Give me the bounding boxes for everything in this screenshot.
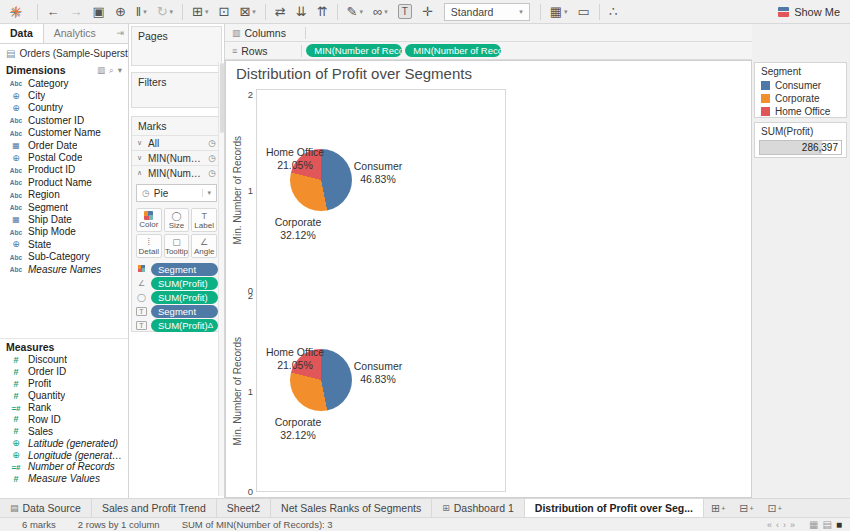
measure-field[interactable]: Longitude (generated): [0, 449, 128, 461]
filters-shelf[interactable]: Filters: [131, 72, 222, 108]
sheet-tab[interactable]: Distribution of Profit over Seg...: [525, 499, 704, 517]
toolbar-separator[interactable]: [540, 4, 541, 20]
data-pane-tab[interactable]: Analytics: [44, 24, 106, 43]
legend-item[interactable]: Consumer: [755, 79, 846, 92]
prev-sheet-icon[interactable]: ‹: [776, 520, 779, 530]
field-pill[interactable]: Segment: [151, 263, 218, 276]
measure-field[interactable]: Measure Values: [0, 473, 128, 485]
show-sheet-icon[interactable]: ■: [836, 519, 842, 530]
measure-field[interactable]: Profit: [0, 378, 128, 390]
show-me-button[interactable]: Show Me: [778, 6, 840, 18]
redo-icon[interactable]: →: [65, 2, 88, 22]
angle-button[interactable]: ∠ Angle: [191, 234, 217, 258]
show-filmstrip-icon[interactable]: ▤: [823, 519, 832, 530]
profit-value-field[interactable]: 286,397: [759, 140, 842, 155]
dimension-field[interactable]: Customer ID: [0, 114, 128, 126]
swap-rows-columns-icon[interactable]: ⇄: [270, 2, 291, 22]
tableau-logo[interactable]: ✳: [0, 2, 33, 22]
sort-ascending-icon[interactable]: ⇊: [291, 2, 312, 22]
field-pill[interactable]: SUM(Profit): [151, 291, 218, 304]
chevron-icon[interactable]: ∧: [137, 169, 145, 177]
pages-shelf[interactable]: Pages: [131, 26, 222, 66]
sheet-tab[interactable]: ⊞ Dashboard 1: [432, 499, 525, 517]
field-pill[interactable]: SUM(Profit): [151, 277, 218, 290]
group-members-icon[interactable]: ∞ ▾: [368, 2, 393, 22]
new-data-source-icon[interactable]: ⊕: [110, 2, 131, 22]
measure-field[interactable]: Discount: [0, 354, 128, 366]
field-pill[interactable]: SUM(Profit) Δ: [151, 319, 218, 332]
dimension-field[interactable]: Measure Names: [0, 263, 128, 275]
find-field-icon[interactable]: ⌕: [109, 65, 114, 76]
dimension-field[interactable]: Sub-Category: [0, 250, 128, 262]
marks-layer-row[interactable]: ∨ MIN(Number... ◷: [132, 150, 221, 165]
dimension-field[interactable]: Product Name: [0, 176, 128, 188]
legend-item[interactable]: Corporate: [755, 92, 846, 105]
field-pill[interactable]: MIN(Number of Recor..: [405, 44, 501, 57]
vertical-scrollbar[interactable]: [218, 62, 224, 496]
field-pill[interactable]: Segment: [151, 305, 218, 318]
dimension-field[interactable]: Postal Code: [0, 151, 128, 163]
presentation-mode-icon[interactable]: ▭: [573, 2, 595, 22]
new-worksheet-tab-button[interactable]: ⊞+: [704, 499, 732, 517]
dimension-field[interactable]: Ship Date: [0, 213, 128, 225]
dimension-field[interactable]: Customer Name: [0, 127, 128, 139]
toolbar-separator[interactable]: [337, 4, 338, 20]
view-data-pane-icon[interactable]: ▥: [97, 65, 105, 76]
undo-icon[interactable]: ←: [42, 2, 65, 22]
dimension-field[interactable]: Order Date: [0, 139, 128, 151]
show-tabs-icon[interactable]: ▦: [809, 519, 818, 530]
fit-selector[interactable]: Standard ▾: [444, 3, 530, 21]
first-sheet-icon[interactable]: «: [767, 520, 772, 530]
toolbar-separator[interactable]: [265, 4, 266, 20]
toolbar-separator[interactable]: [182, 4, 183, 20]
pause-auto-updates-icon[interactable]: ‖ ▾: [131, 2, 152, 22]
clear-sheet-icon[interactable]: ⊠ ▾: [234, 2, 260, 22]
dimension-field[interactable]: Product ID: [0, 164, 128, 176]
toolbar-separator[interactable]: [599, 4, 600, 20]
sheet-tab[interactable]: Sheet2: [217, 499, 271, 517]
measure-field[interactable]: Sales: [0, 425, 128, 437]
dimension-field[interactable]: Region: [0, 189, 128, 201]
label-button[interactable]: T Label: [191, 208, 217, 232]
dimension-field[interactable]: City: [0, 89, 128, 101]
next-sheet-icon[interactable]: ›: [783, 520, 786, 530]
chevron-icon[interactable]: ∨: [137, 139, 145, 147]
marks-layer-row[interactable]: ∧ MIN(Number... ◷: [132, 165, 221, 180]
chevron-icon[interactable]: ∨: [137, 154, 145, 162]
measure-field[interactable]: Quantity: [0, 390, 128, 402]
detail-button[interactable]: ⁞ Detail: [136, 234, 162, 258]
legend-item[interactable]: Home Office: [755, 105, 846, 118]
sort-fields-icon[interactable]: ▾: [118, 65, 122, 76]
sort-descending-icon[interactable]: ⇈: [312, 2, 333, 22]
dimension-field[interactable]: Country: [0, 102, 128, 114]
show-mark-labels-icon[interactable]: T: [393, 2, 417, 22]
collapse-pane-icon[interactable]: ⇥: [112, 24, 128, 43]
color-button[interactable]: Color: [136, 208, 162, 232]
measure-field[interactable]: Row ID: [0, 413, 128, 425]
new-dashboard-tab-button[interactable]: ⊟+: [732, 499, 760, 517]
new-worksheet-icon[interactable]: ⊞ ▾: [187, 2, 213, 22]
save-icon[interactable]: ▣: [88, 2, 110, 22]
sheet-tab[interactable]: Sales and Profit Trend: [92, 499, 217, 517]
datasource-item[interactable]: ▤ Orders (Sample-Superst...: [0, 44, 128, 62]
duplicate-sheet-icon[interactable]: ⊡: [214, 2, 235, 22]
data-pane-tab[interactable]: Data: [0, 24, 44, 43]
marks-layer-row[interactable]: ∨ All ◷: [132, 135, 221, 150]
size-button[interactable]: ◯ Size: [164, 208, 190, 232]
sheet-tab[interactable]: ▤ Data Source: [0, 499, 92, 517]
measure-field[interactable]: Latitude (generated): [0, 437, 128, 449]
dimension-field[interactable]: State: [0, 238, 128, 250]
measure-field[interactable]: Number of Records: [0, 461, 128, 473]
toolbar-separator[interactable]: [37, 4, 38, 20]
columns-shelf[interactable]: ▥ Columns: [225, 24, 752, 42]
show-hide-cards-icon[interactable]: ▦ ▾: [545, 2, 573, 22]
new-story-tab-button[interactable]: ⊡+: [761, 499, 789, 517]
run-auto-updates-icon[interactable]: ↻ ▾: [152, 2, 178, 22]
dimension-field[interactable]: Category: [0, 77, 128, 89]
share-icon[interactable]: ∴: [604, 2, 622, 22]
mark-type-dropdown[interactable]: ◷ Pie ▾: [136, 184, 217, 202]
measure-field[interactable]: Order ID: [0, 366, 128, 378]
scrollbar-thumb[interactable]: [220, 63, 224, 133]
highlight-icon[interactable]: ✎ ▾: [342, 2, 368, 22]
dimension-field[interactable]: Segment: [0, 201, 128, 213]
